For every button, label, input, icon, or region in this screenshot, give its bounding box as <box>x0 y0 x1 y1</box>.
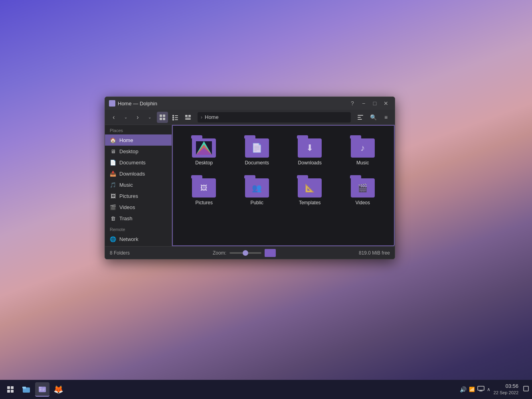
display-icon[interactable] <box>477 386 485 393</box>
forward-button[interactable]: › <box>132 112 143 123</box>
back-button[interactable]: ‹ <box>108 112 119 123</box>
help-button[interactable]: ? <box>348 99 357 107</box>
taskbar-apps-menu[interactable] <box>3 382 18 397</box>
svg-rect-5 <box>175 115 178 116</box>
sidebar-item-network-label: Network <box>119 236 138 242</box>
menu-button[interactable]: ≡ <box>380 112 392 123</box>
svg-rect-11 <box>188 115 191 117</box>
svg-rect-22 <box>11 386 14 389</box>
search-button[interactable]: 🔍 <box>368 112 379 123</box>
svg-rect-23 <box>7 390 10 393</box>
taskbar-file-manager-small[interactable] <box>19 382 34 397</box>
svg-rect-6 <box>172 117 174 119</box>
free-space: 819.0 MiB free <box>359 250 390 256</box>
file-item-public[interactable]: 👥 Public <box>232 172 282 209</box>
places-label: Places <box>105 125 172 134</box>
downloads-icon: 📥 <box>110 170 116 177</box>
file-item-documents[interactable]: 📄 Documents <box>232 132 282 169</box>
status-bar: 8 Folders Zoom: 819.0 MiB free <box>105 246 395 259</box>
file-name-public: Public <box>250 200 263 205</box>
sidebar-item-videos[interactable]: 🎬 Videos <box>105 201 172 213</box>
svg-rect-16 <box>358 119 362 120</box>
chevron-up-icon[interactable]: ∧ <box>487 387 490 392</box>
sidebar-item-videos-label: Videos <box>119 204 135 210</box>
file-item-music[interactable]: ♪ Music <box>338 132 388 169</box>
file-item-videos[interactable]: 🎬 Videos <box>338 172 388 209</box>
music-icon: 🎵 <box>110 182 116 188</box>
zoom-thumb <box>243 250 248 256</box>
file-name-music: Music <box>356 160 369 166</box>
grid-view-button[interactable] <box>157 112 168 123</box>
documents-folder-icon: 📄 <box>244 135 270 158</box>
desktop-folder-icon <box>191 135 217 158</box>
taskbar: 🦊 🔊 📶 ∧ 03:56 22 Sep 2022 <box>0 380 532 399</box>
show-desktop-icon[interactable] <box>523 386 529 393</box>
sidebar: Places 🏠 Home 🖥 Desktop 📄 Documents 📥 Do… <box>105 125 172 246</box>
taskbar-clock: 03:56 22 Sep 2022 <box>494 383 518 396</box>
taskbar-firefox[interactable]: 🦊 <box>51 382 65 397</box>
details-view-button[interactable] <box>182 112 194 123</box>
home-icon: 🏠 <box>110 137 116 143</box>
svg-rect-27 <box>22 387 26 388</box>
sidebar-item-downloads[interactable]: 📥 Downloads <box>105 168 172 179</box>
remote-label: Remote <box>105 224 172 233</box>
file-item-pictures[interactable]: 🖼 Pictures <box>179 172 229 209</box>
sidebar-item-downloads-label: Downloads <box>119 171 145 177</box>
svg-rect-9 <box>175 119 178 120</box>
svg-rect-32 <box>42 390 44 391</box>
sidebar-item-home[interactable]: 🏠 Home <box>105 134 172 146</box>
file-name-videos: Videos <box>356 200 370 205</box>
date-display: 22 Sep 2022 <box>494 390 518 396</box>
nav-dropdown-button[interactable]: ⌄ <box>120 112 131 123</box>
svg-rect-33 <box>478 386 484 390</box>
file-item-desktop[interactable]: Desktop <box>179 132 229 169</box>
zoom-slider[interactable] <box>229 252 261 254</box>
svg-rect-4 <box>172 115 174 117</box>
sidebar-item-network[interactable]: 🌐 Network <box>105 233 172 245</box>
volume-icon[interactable]: 🔊 <box>460 386 467 393</box>
sidebar-item-trash[interactable]: 🗑 Trash <box>105 213 172 224</box>
breadcrumb-separator: › <box>201 115 202 120</box>
downloads-folder-icon: ⬇ <box>297 135 322 158</box>
up-button[interactable]: ⌄ <box>144 112 155 123</box>
file-item-downloads[interactable]: ⬇ Downloads <box>285 132 335 169</box>
file-grid: Desktop 📄 Documents ⬇ <box>172 125 395 246</box>
nav-buttons: ‹ ⌄ › ⌄ <box>108 112 155 123</box>
file-item-templates[interactable]: 📐 Templates <box>285 172 335 209</box>
breadcrumb-bar[interactable]: › Home <box>198 112 351 122</box>
compact-view-button[interactable] <box>170 112 181 123</box>
close-button[interactable]: ✕ <box>381 99 391 107</box>
toolbar: ‹ ⌄ › ⌄ <box>105 110 395 125</box>
time-display: 03:56 <box>494 383 518 390</box>
dolphin-window: Home — Dolphin ? − □ ✕ ‹ ⌄ › ⌄ <box>105 97 395 259</box>
taskbar-right: 🔊 📶 ∧ 03:56 22 Sep 2022 <box>460 383 529 396</box>
file-name-desktop: Desktop <box>195 160 213 166</box>
sidebar-item-documents-label: Documents <box>119 160 146 166</box>
svg-rect-7 <box>175 117 178 118</box>
sidebar-item-documents[interactable]: 📄 Documents <box>105 157 172 168</box>
svg-rect-3 <box>163 118 165 120</box>
sidebar-item-pictures[interactable]: 🖼 Pictures <box>105 190 172 201</box>
file-name-downloads: Downloads <box>298 160 322 166</box>
zoom-label: Zoom: <box>213 250 226 256</box>
maximize-button[interactable]: □ <box>370 99 380 107</box>
network-tray-icon[interactable]: 📶 <box>469 387 475 392</box>
svg-rect-12 <box>185 118 191 119</box>
svg-rect-14 <box>358 115 363 116</box>
svg-rect-15 <box>358 117 361 118</box>
sidebar-item-music[interactable]: 🎵 Music <box>105 179 172 190</box>
videos-icon: 🎬 <box>110 204 116 210</box>
templates-folder-icon: 📐 <box>297 175 322 198</box>
svg-rect-0 <box>160 115 162 117</box>
sidebar-item-desktop[interactable]: 🖥 Desktop <box>105 146 172 157</box>
panel-button[interactable] <box>355 112 366 123</box>
minimize-button[interactable]: − <box>359 99 368 107</box>
svg-rect-1 <box>163 115 165 117</box>
breadcrumb-location: Home <box>205 114 219 120</box>
zoom-preview <box>265 249 276 257</box>
file-name-pictures: Pictures <box>196 200 213 205</box>
zoom-control: Zoom: <box>136 249 352 257</box>
recent-label: Recent <box>105 245 172 246</box>
svg-rect-8 <box>172 119 174 120</box>
taskbar-dolphin[interactable] <box>35 382 49 397</box>
